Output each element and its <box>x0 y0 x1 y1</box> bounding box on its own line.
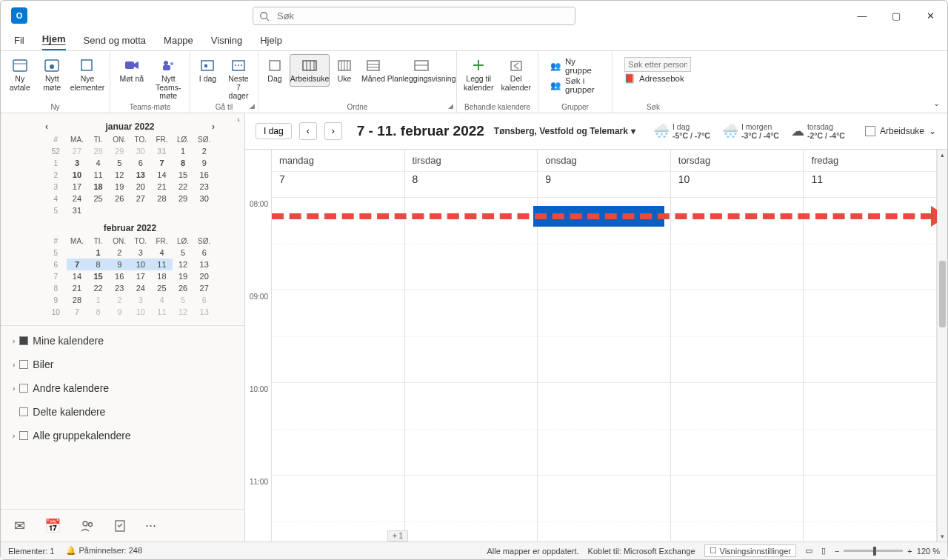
mini-day[interactable]: 17 <box>130 270 152 282</box>
mini-day[interactable]: 13 <box>130 169 152 181</box>
mini-calendar-january[interactable]: ‹januar 2022› #MA.TI.ON.TO.FR.LØ.SØ.5227… <box>45 119 215 216</box>
people-search-input[interactable] <box>624 57 691 72</box>
mini-day[interactable]: 8 <box>87 259 109 270</box>
mini-day[interactable]: 15 <box>173 169 194 181</box>
mini-day[interactable]: 21 <box>67 282 88 294</box>
mini-day[interactable]: 13 <box>193 259 215 270</box>
mini-day[interactable]: 25 <box>151 282 173 294</box>
mini-day[interactable]: 11 <box>151 259 173 270</box>
mini-day[interactable]: 29 <box>173 193 194 204</box>
list-gruppe[interactable]: ›Alle gruppekalendere <box>13 430 233 441</box>
mini-day[interactable]: 1 <box>87 247 109 259</box>
mini-day[interactable]: 20 <box>130 181 152 193</box>
del-kalender-button[interactable]: Del kalender <box>499 54 534 95</box>
tab-fil[interactable]: Fil <box>14 35 24 50</box>
mini-day[interactable]: 10 <box>130 306 152 318</box>
today-button[interactable]: I dag <box>256 123 292 139</box>
list-andre[interactable]: ›Andre kalendere <box>13 382 233 394</box>
mini-day[interactable]: 7 <box>67 259 88 270</box>
prev-week-button[interactable]: ‹ <box>299 122 317 140</box>
search-box[interactable] <box>253 7 575 25</box>
idag-button[interactable]: I dag <box>195 54 221 104</box>
uke-button[interactable]: Uke <box>333 54 356 87</box>
mini-day[interactable]: 12 <box>109 169 130 181</box>
next-week-button[interactable]: › <box>324 122 342 140</box>
list-delte[interactable]: ›Delte kalendere <box>13 406 233 418</box>
mini-day[interactable]: 25 <box>87 193 109 204</box>
mini-day[interactable]: 14 <box>67 270 88 282</box>
mini-day[interactable]: 17 <box>67 181 88 193</box>
mini-day[interactable]: 3 <box>67 157 88 169</box>
nytt-teams-mote-button[interactable]: Nytt Teams-møte <box>152 54 186 104</box>
plan-button[interactable]: Planleggingsvisning <box>390 54 453 87</box>
mini-day[interactable]: 29 <box>109 145 130 157</box>
neste7-button[interactable]: Neste 7 dager <box>224 54 253 104</box>
mini-day[interactable]: 27 <box>193 282 215 294</box>
mini-day[interactable] <box>67 247 88 259</box>
mini-day[interactable]: 27 <box>67 145 88 157</box>
tab-mappe[interactable]: Mappe <box>164 35 193 50</box>
checkbox-icon[interactable] <box>19 384 28 393</box>
mini-day[interactable]: 18 <box>151 270 173 282</box>
mini-day[interactable]: 2 <box>109 294 130 306</box>
mini-day[interactable]: 27 <box>130 193 152 204</box>
zoom-out-icon[interactable]: − <box>835 547 839 556</box>
ny-avtale-button[interactable]: Ny avtale <box>5 54 35 95</box>
mini-day[interactable]: 19 <box>173 270 194 282</box>
day-body[interactable] <box>538 197 670 541</box>
day-column[interactable]: tirsdag8 <box>405 150 538 541</box>
mini-calendar-february[interactable]: februar 2022 #MA.TI.ON.TO.FR.LØ.SØ.51234… <box>45 221 215 318</box>
selected-timeslot[interactable] <box>533 206 664 227</box>
dialog-launcher-ordne[interactable]: ◢ <box>448 102 453 110</box>
mini-day[interactable]: 28 <box>151 193 173 204</box>
mini-day[interactable]: 23 <box>193 181 215 193</box>
mini-day[interactable]: 14 <box>151 169 173 181</box>
mini-day[interactable] <box>193 204 215 216</box>
checkbox-filled-icon[interactable] <box>19 336 28 345</box>
mini-day[interactable]: 26 <box>109 193 130 204</box>
day-column[interactable]: mandag7 <box>272 150 405 541</box>
nye-elementer-button[interactable]: Nye elementer <box>70 54 105 95</box>
weather-tomorrow[interactable]: 🌨️I morgen-3°C / -4°C <box>722 122 779 140</box>
mini-day[interactable]: 24 <box>67 193 88 204</box>
mini-day[interactable]: 6 <box>193 247 215 259</box>
mini-day[interactable]: 7 <box>151 157 173 169</box>
day-body[interactable] <box>272 197 404 541</box>
day-body[interactable] <box>804 197 936 541</box>
mini-day[interactable]: 16 <box>193 169 215 181</box>
mini-day[interactable]: 9 <box>109 306 130 318</box>
mini-day[interactable]: 24 <box>130 282 152 294</box>
mini-day[interactable]: 31 <box>151 145 173 157</box>
mini-day[interactable]: 4 <box>151 294 173 306</box>
list-biler[interactable]: ›Biler <box>13 359 233 370</box>
mini-day[interactable]: 28 <box>67 294 88 306</box>
scroll-up-icon[interactable]: ▴ <box>938 151 947 159</box>
mini-day[interactable]: 1 <box>173 145 194 157</box>
mini-day[interactable]: 22 <box>173 181 194 193</box>
adressebok-button[interactable]: 📕Adressebok <box>624 73 682 84</box>
scroll-thumb[interactable] <box>939 261 946 327</box>
zoom-control[interactable]: − + 120 % <box>835 547 940 556</box>
mini-day[interactable]: 10 <box>130 259 152 270</box>
mini-day[interactable] <box>87 204 109 216</box>
mini-day[interactable]: 12 <box>173 306 194 318</box>
mini-day[interactable]: 2 <box>109 247 130 259</box>
mini-day[interactable]: 26 <box>173 282 194 294</box>
prev-month-button[interactable]: ‹ <box>45 121 48 132</box>
status-paminnelser[interactable]: 🔔 Påminnelser: 248 <box>66 546 142 556</box>
legg-til-kalender-button[interactable]: Legg til kalender <box>461 54 496 95</box>
day-column[interactable]: torsdag10 <box>671 150 804 541</box>
maximize-button[interactable]: ▢ <box>879 1 913 30</box>
scroll-down-icon[interactable]: ▾ <box>938 533 947 540</box>
mini-day[interactable] <box>173 204 194 216</box>
zoom-slider[interactable] <box>844 550 903 552</box>
mini-day[interactable]: 31 <box>67 204 88 216</box>
vertical-scrollbar[interactable]: ▴ ▾ <box>937 150 947 541</box>
mini-day[interactable]: 4 <box>151 247 173 259</box>
mini-day[interactable]: 9 <box>193 157 215 169</box>
maned-button[interactable]: Måned <box>359 54 387 87</box>
collapse-sidebar-button[interactable]: ‹ <box>237 115 240 124</box>
mini-day[interactable]: 20 <box>193 270 215 282</box>
day-body[interactable] <box>671 197 804 541</box>
mini-day[interactable]: 11 <box>151 306 173 318</box>
